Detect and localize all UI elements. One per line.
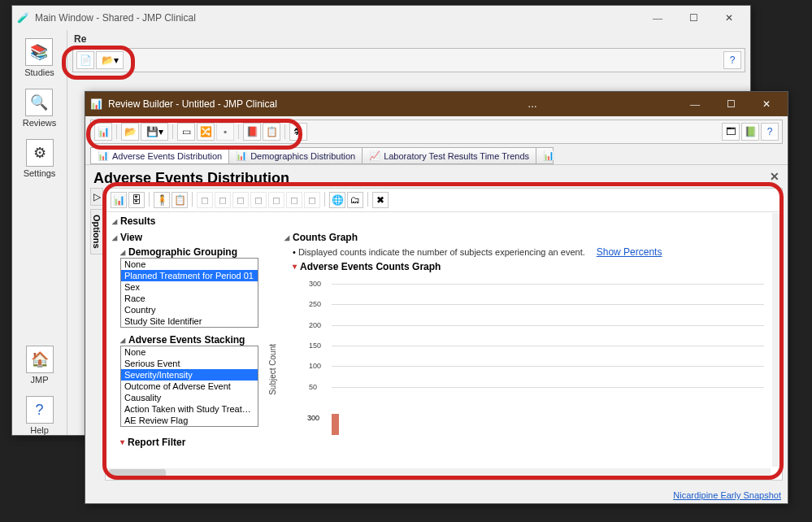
tab-add-new[interactable]: 📊 (536, 147, 554, 164)
exclude-icon[interactable]: ▪ (216, 123, 234, 141)
y-tick: 300 (309, 280, 321, 288)
reviews-header: Re (74, 33, 86, 45)
review-titlebar[interactable]: 📊 Review Builder - Untitled - JMP Clinic… (85, 92, 788, 116)
sidebar-item-help[interactable]: ?Help (26, 396, 54, 435)
tool-icon[interactable]: ◻ (304, 192, 320, 208)
maximize-button[interactable]: ☐ (713, 93, 749, 115)
list-item[interactable]: Planned Treatment for Period 01 (121, 270, 258, 281)
options-rail[interactable]: Options (90, 209, 103, 254)
minimize-button[interactable]: ― (677, 93, 713, 115)
open-dropdown-icon[interactable]: 📂▾ (96, 51, 124, 69)
list-item[interactable]: None (121, 259, 258, 270)
journal-icon[interactable]: 📗 (741, 123, 759, 141)
open-icon[interactable]: 📂 (121, 123, 139, 141)
view-title[interactable]: View (112, 230, 275, 246)
stack-listbox[interactable]: NoneSerious EventSeverity/IntensityOutco… (120, 346, 258, 427)
stack-title[interactable]: Adverse Events Stacking (120, 334, 275, 346)
clear-icon[interactable]: ✖ (372, 192, 389, 208)
maximize-button[interactable]: ☐ (675, 7, 711, 29)
list-item[interactable]: Outcome of Adverse Event (121, 381, 258, 392)
tools-icon[interactable]: 🛠 (289, 123, 307, 141)
help-icon[interactable]: ? (723, 51, 741, 69)
select-icon[interactable]: ▭ (177, 123, 195, 141)
y-axis-label: Subject Count (268, 344, 277, 395)
y-tick: 100 (309, 362, 321, 370)
tool-icon[interactable]: ◻ (250, 192, 267, 208)
close-button[interactable]: ✕ (711, 7, 747, 29)
tool-icon[interactable]: 🗄 (128, 192, 145, 208)
list-item[interactable]: Race (121, 293, 258, 304)
tool-icon[interactable]: ◻ (197, 192, 213, 208)
results-title[interactable]: Results (112, 214, 775, 230)
swap-icon[interactable]: 🔀 (197, 123, 215, 141)
report-tabs: 📊 Adverse Events Distribution 📊 Demograp… (85, 147, 788, 164)
y-tick: 200 (309, 321, 321, 329)
list-item[interactable]: Country (121, 304, 258, 315)
report-sub-toolbar: 📊 🗄 🧍 📋 ◻ ◻ ◻ ◻ ◻ ◻ ◻ 🌐 🗂 ✖ (106, 189, 782, 212)
main-titlebar[interactable]: 🧪 Main Window - Shared - JMP Clinical ― … (12, 6, 750, 30)
report-filter-title[interactable]: Report Filter (120, 437, 275, 448)
review-window-title: Review Builder - Untitled - JMP Clinical (108, 98, 393, 110)
close-button[interactable]: ✕ (749, 93, 784, 115)
review-builder-window: 📊 Review Builder - Untitled - JMP Clinic… (85, 91, 788, 504)
counts-graph-title[interactable]: Counts Graph (284, 230, 771, 246)
export-pdf-icon[interactable]: 📕 (243, 123, 261, 141)
tab-ae-distribution[interactable]: 📊 Adverse Events Distribution (90, 147, 229, 164)
close-report-icon[interactable]: ✕ (770, 170, 779, 183)
tool-icon[interactable]: ◻ (286, 192, 302, 208)
list-item[interactable]: Study Site Identifier (121, 315, 258, 327)
sidebar-item-settings[interactable]: ⚙Settings (24, 139, 56, 178)
list-item[interactable]: None (121, 346, 258, 358)
y-tick: 250 (309, 300, 321, 308)
main-window-title: Main Window - Shared - JMP Clinical (35, 12, 640, 24)
vertical-scrollbar[interactable] (772, 213, 780, 467)
save-dropdown-icon[interactable]: 💾▾ (141, 123, 168, 141)
table-icon[interactable]: 🗔 (722, 123, 740, 141)
list-item[interactable]: AE Review Flag (121, 415, 258, 426)
app-icon: 📊 (89, 97, 103, 111)
sidebar-item-jmp[interactable]: 🏠JMP (26, 346, 54, 385)
tool-icon[interactable]: 🗂 (347, 192, 363, 208)
new-icon[interactable]: 📄 (76, 51, 94, 69)
sidebar-item-reviews[interactable]: 🔍Reviews (23, 89, 57, 128)
view-panel: View Demographic Grouping NonePlanned Tr… (112, 230, 275, 448)
minimize-button[interactable]: ― (640, 7, 675, 29)
help-icon[interactable]: ? (761, 123, 779, 141)
tool-icon[interactable]: ◻ (215, 192, 231, 208)
copy-icon[interactable]: 📋 (263, 123, 280, 141)
counts-note: Displayed counts indicate the number of … (298, 247, 585, 257)
tool-icon[interactable]: 📋 (172, 192, 188, 208)
footer-snapshot-link[interactable]: Nicardipine Early Snapshot (673, 490, 781, 500)
counts-graph-panel: Counts Graph • Displayed counts indicate… (284, 230, 775, 451)
chart-icon[interactable]: 📊 (94, 123, 112, 141)
tool-icon[interactable]: 🌐 (329, 192, 345, 208)
y-tick: 150 (309, 341, 321, 350)
report-body: 📊 🗄 🧍 📋 ◻ ◻ ◻ ◻ ◻ ◻ ◻ 🌐 🗂 ✖ Results (105, 188, 783, 481)
tool-icon[interactable]: 🧍 (154, 192, 170, 208)
chart-bar-lower[interactable] (332, 414, 339, 435)
main-sidebar: 📚Studies 🔍Reviews ⚙Settings 🏠JMP ?Help (12, 30, 67, 435)
show-percents-link[interactable]: Show Percents (597, 246, 662, 258)
horizontal-scrollbar[interactable] (107, 468, 771, 478)
tab-lab-trends[interactable]: 📈 Laboratory Test Results Time Trends (362, 147, 536, 164)
list-item[interactable]: Causality (121, 392, 258, 403)
tool-icon[interactable]: ◻ (268, 192, 284, 208)
ae-counts-chart-title[interactable]: Adverse Events Counts Graph (284, 261, 771, 272)
tool-icon[interactable]: 📊 (111, 192, 127, 208)
list-item[interactable]: Serious Event (121, 358, 258, 369)
lower-ytick: 300 (307, 414, 319, 422)
sidebar-item-studies[interactable]: 📚Studies (24, 38, 54, 77)
tool-icon[interactable]: ◻ (232, 192, 249, 208)
demo-group-listbox[interactable]: NonePlanned Treatment for Period 01SexRa… (120, 258, 258, 328)
ae-counts-chart[interactable]: Subject Count 300 50100150200250300 (284, 272, 771, 451)
list-item[interactable]: Severity/Intensity (121, 369, 258, 381)
main-reviews-toolbar: 📄 📂▾ ? (72, 48, 745, 72)
overflow-icon[interactable]: … (393, 98, 677, 110)
demo-group-title[interactable]: Demographic Grouping (120, 246, 275, 258)
list-item[interactable]: Action Taken with Study Treatment (121, 403, 258, 415)
list-item[interactable]: Sex (121, 281, 258, 293)
y-tick: 50 (309, 383, 317, 391)
tab-demographics[interactable]: 📊 Demographics Distribution (228, 147, 363, 164)
app-icon: 🧪 (15, 11, 30, 25)
dock-toggle-left-icon[interactable]: ▷ (90, 188, 103, 206)
